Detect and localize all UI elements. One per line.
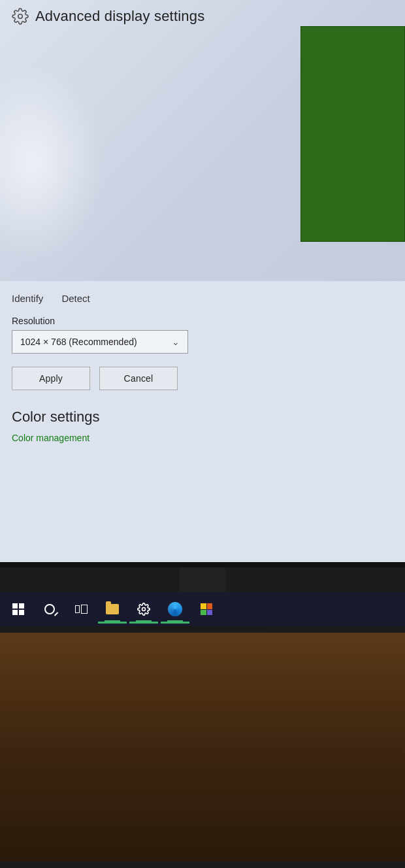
file-explorer-button[interactable] bbox=[98, 595, 127, 624]
taskbar bbox=[0, 592, 405, 626]
color-settings-title: Color settings bbox=[12, 409, 393, 426]
color-app-button[interactable] bbox=[192, 595, 221, 624]
settings-button[interactable] bbox=[129, 595, 158, 624]
active-indicator-edge bbox=[167, 620, 183, 622]
active-indicator bbox=[105, 620, 120, 622]
page-title: Advanced display settings bbox=[35, 8, 204, 25]
monitor-preview bbox=[300, 26, 405, 242]
resolution-label: Resolution bbox=[12, 316, 393, 326]
resolution-value: 1024 × 768 (Recommended) bbox=[20, 337, 137, 347]
svg-point-0 bbox=[18, 14, 23, 19]
chevron-down-icon: ⌄ bbox=[172, 337, 180, 347]
resolution-dropdown[interactable]: 1024 × 768 (Recommended) ⌄ bbox=[12, 330, 188, 354]
detect-button[interactable]: Detect bbox=[61, 293, 89, 304]
start-button[interactable] bbox=[4, 595, 33, 624]
folder-icon bbox=[106, 604, 119, 614]
globe-icon bbox=[168, 602, 182, 616]
task-view-button[interactable] bbox=[67, 595, 95, 624]
svg-point-1 bbox=[142, 608, 146, 611]
settings-gear-icon bbox=[137, 603, 150, 616]
cancel-button[interactable]: Cancel bbox=[99, 367, 178, 390]
search-icon bbox=[44, 604, 55, 614]
color-grid-icon bbox=[201, 603, 212, 615]
identify-detect-row: Identify Detect bbox=[12, 293, 393, 304]
task-view-icon bbox=[75, 605, 88, 614]
color-management-link[interactable]: Color management bbox=[12, 433, 89, 443]
edge-button[interactable] bbox=[161, 595, 189, 624]
apply-button[interactable]: Apply bbox=[12, 367, 90, 390]
active-indicator-settings bbox=[136, 620, 152, 622]
identify-button[interactable]: Identify bbox=[12, 293, 43, 304]
screen-area: Advanced display settings Identify Detec… bbox=[0, 0, 405, 562]
desk-surface bbox=[0, 633, 405, 861]
content-area: Identify Detect Resolution 1024 × 768 (R… bbox=[0, 281, 405, 562]
bezel-top-border bbox=[0, 562, 405, 567]
search-button[interactable] bbox=[35, 595, 64, 624]
windows-logo-icon bbox=[12, 603, 24, 615]
action-buttons: Apply Cancel bbox=[12, 367, 393, 390]
gear-icon bbox=[12, 8, 29, 25]
